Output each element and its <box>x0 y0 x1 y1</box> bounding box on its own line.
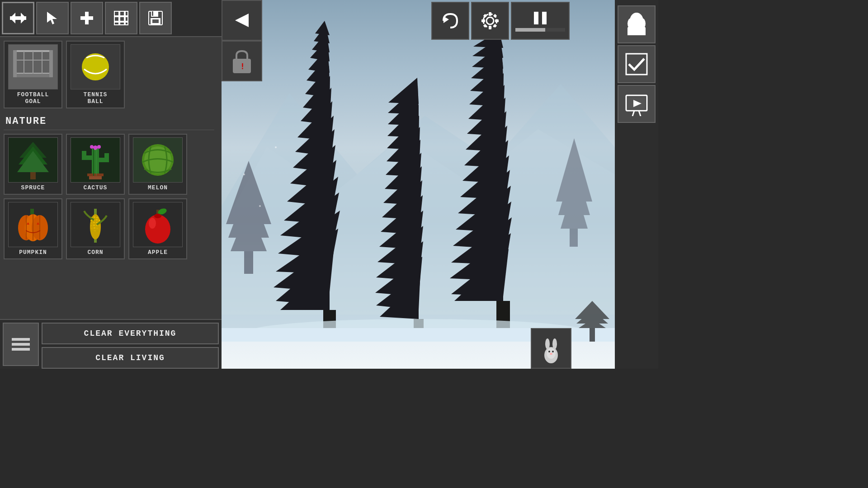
svg-rect-25 <box>15 74 51 77</box>
corn-label: CORN <box>87 249 103 256</box>
svg-marker-154 <box>388 78 419 104</box>
svg-rect-35 <box>82 151 86 160</box>
cursor-button[interactable] <box>36 2 69 34</box>
video-button[interactable] <box>618 85 656 123</box>
pause-button[interactable] <box>511 2 570 40</box>
svg-rect-173 <box>495 19 499 22</box>
svg-rect-64 <box>99 220 100 221</box>
cactus-label: CACTUS <box>84 184 108 191</box>
svg-rect-5 <box>80 16 93 20</box>
bottom-right-item-button[interactable] <box>531 328 571 369</box>
menu-button[interactable] <box>3 323 39 366</box>
svg-rect-93 <box>570 229 578 247</box>
svg-rect-171 <box>489 26 491 29</box>
grid-button[interactable] <box>105 2 137 34</box>
svg-rect-17 <box>152 11 153 16</box>
item-list: FOOTBALLGOAL TENNISBALL NATURE <box>0 37 222 319</box>
svg-rect-13 <box>120 22 124 25</box>
tennis-ball-label: TENNISBALL <box>84 91 108 105</box>
svg-rect-29 <box>30 171 36 179</box>
svg-rect-14 <box>125 22 128 25</box>
svg-rect-37 <box>104 153 109 162</box>
checkmark-button[interactable] <box>618 45 656 83</box>
sports-row: FOOTBALLGOAL TENNISBALL <box>4 41 214 108</box>
svg-rect-59 <box>94 216 95 218</box>
svg-rect-172 <box>481 19 485 22</box>
svg-text:!: ! <box>240 61 245 71</box>
game-canvas: ! <box>222 0 615 369</box>
svg-rect-70 <box>93 225 95 226</box>
back-button[interactable] <box>2 2 34 34</box>
play-back-button[interactable] <box>222 0 262 41</box>
football-goal-label: FOOTBALLGOAL <box>17 91 49 105</box>
toolbar <box>0 0 222 37</box>
tennis-ball-item[interactable]: TENNISBALL <box>66 41 125 108</box>
svg-point-81 <box>145 215 170 244</box>
svg-rect-72 <box>99 225 100 226</box>
svg-marker-2 <box>21 13 26 23</box>
svg-rect-73 <box>91 228 93 229</box>
svg-point-159 <box>259 205 261 207</box>
football-goal-item[interactable]: FOOTBALLGOAL <box>4 41 62 108</box>
svg-point-185 <box>552 351 554 352</box>
svg-rect-63 <box>96 219 98 221</box>
clear-living-button[interactable]: CLEAR LIVING <box>42 347 219 369</box>
apple-item[interactable]: APPLE <box>128 198 187 259</box>
clear-everything-button[interactable]: CLEAR EVERYTHING <box>42 323 219 344</box>
svg-point-157 <box>243 174 245 175</box>
svg-rect-75 <box>96 228 98 229</box>
svg-rect-19 <box>152 19 159 23</box>
svg-point-181 <box>545 338 550 349</box>
svg-marker-3 <box>47 12 57 24</box>
bottom-bar: CLEAR EVERYTHING CLEAR LIVING <box>0 319 222 369</box>
alert-button[interactable]: ! <box>222 41 262 81</box>
trees-svg <box>222 3 615 342</box>
canvas-top-right-controls <box>429 0 571 42</box>
menu-icon <box>12 338 30 351</box>
corn-item[interactable]: CORN <box>66 198 125 259</box>
svg-line-197 <box>639 111 641 116</box>
svg-rect-47 <box>30 209 34 214</box>
svg-rect-10 <box>120 17 124 21</box>
svg-rect-170 <box>489 12 491 16</box>
settings-button[interactable] <box>471 2 509 40</box>
save-button[interactable] <box>139 2 172 34</box>
camera-button[interactable] <box>618 5 656 43</box>
canvas-controls-left: ! <box>222 0 262 81</box>
spruce-label: SPRUCE <box>21 184 45 191</box>
spruce-item[interactable]: SPRUCE <box>4 134 62 195</box>
cactus-item[interactable]: CACTUS <box>66 134 125 195</box>
melon-label: MELON <box>148 184 168 191</box>
svg-rect-9 <box>114 17 119 21</box>
svg-point-184 <box>548 351 550 352</box>
svg-marker-167 <box>443 16 449 23</box>
svg-rect-74 <box>94 227 95 229</box>
melon-item[interactable]: MELON <box>128 134 187 195</box>
clear-buttons: CLEAR EVERYTHING CLEAR LIVING <box>42 323 219 366</box>
svg-rect-179 <box>542 12 547 24</box>
apple-label: APPLE <box>148 249 168 256</box>
svg-rect-33 <box>92 149 99 176</box>
svg-line-196 <box>632 111 634 116</box>
svg-point-40 <box>97 145 101 149</box>
svg-rect-77 <box>94 230 96 231</box>
svg-rect-78 <box>97 230 99 232</box>
svg-point-28 <box>82 53 109 80</box>
svg-rect-67 <box>96 222 98 223</box>
nature-section-header: NATURE <box>4 112 214 130</box>
svg-rect-65 <box>90 222 92 224</box>
svg-point-168 <box>486 17 494 24</box>
pumpkin-item[interactable]: PUMPKIN <box>4 198 62 259</box>
svg-rect-8 <box>125 11 128 16</box>
svg-rect-11 <box>125 17 128 21</box>
svg-rect-178 <box>534 12 538 24</box>
add-button[interactable] <box>71 2 103 34</box>
undo-button[interactable] <box>431 2 469 40</box>
svg-point-191 <box>638 18 646 29</box>
nature-row-1: SPRUCE <box>4 134 214 195</box>
svg-point-190 <box>627 18 635 29</box>
svg-rect-66 <box>93 222 95 223</box>
svg-point-158 <box>275 146 277 148</box>
svg-rect-60 <box>96 217 98 218</box>
svg-rect-7 <box>120 11 124 16</box>
